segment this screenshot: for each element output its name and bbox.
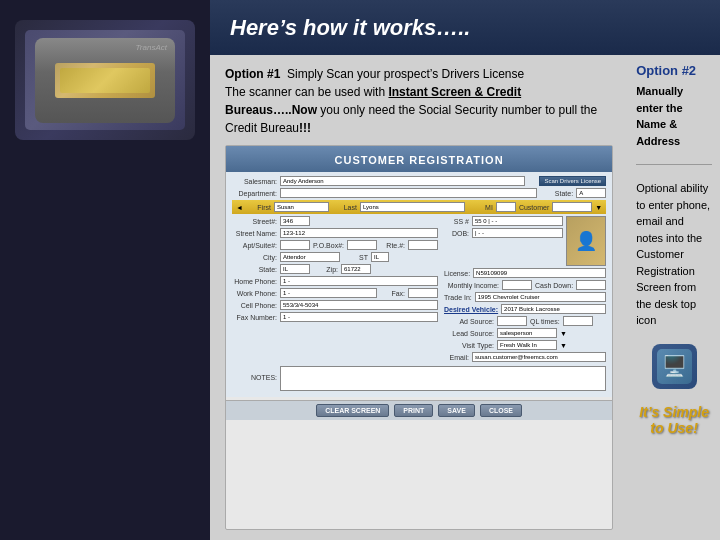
reg-form-body: Salesman: Scan Drivers License Departmen… xyxy=(226,172,612,397)
option1-section: Option #1 Simply Scan your prospect’s Dr… xyxy=(225,65,613,137)
first-name-input[interactable] xyxy=(274,202,329,212)
main-content: Option #1 Simply Scan your prospect’s Dr… xyxy=(210,55,628,540)
form-row-fax2: Fax Number: xyxy=(232,312,438,322)
form-row-email: Email: xyxy=(444,352,606,362)
state3-input[interactable] xyxy=(280,264,310,274)
ad-source-input[interactable] xyxy=(497,316,527,326)
monthly-income-input[interactable] xyxy=(502,280,532,290)
street-number-input[interactable] xyxy=(280,216,310,226)
lead-source-input[interactable] xyxy=(497,328,557,338)
optional-desc: Optional ability to enter phone, email a… xyxy=(636,180,712,329)
fax-number-input[interactable] xyxy=(280,312,438,322)
customer-registration-form: CUSTOMER REGISTRATION Salesman: Scan Dri… xyxy=(225,145,613,530)
ssn-input[interactable] xyxy=(472,216,563,226)
cell-phone-input[interactable] xyxy=(280,300,438,310)
street-name-input[interactable] xyxy=(280,228,438,238)
form-row-trade: Trade In: xyxy=(444,292,606,302)
visit-type-input[interactable] xyxy=(497,340,557,350)
salesman-input[interactable] xyxy=(280,176,525,186)
option2-box: Option #2 Manually enter the Name & Addr… xyxy=(636,63,712,149)
form-row-visittype: Visit Type: ▼ xyxy=(444,340,606,350)
license-input[interactable] xyxy=(473,268,606,278)
customer-input[interactable] xyxy=(552,202,592,212)
pobox-input[interactable] xyxy=(347,240,377,250)
desktop-icon-box: 🖥️ xyxy=(652,344,697,389)
form-row-adsource: Ad Source: QL times: xyxy=(444,316,606,326)
option2-desc: Manually enter the Name & Address xyxy=(636,83,712,149)
optional-box: Optional ability to enter phone, email a… xyxy=(636,180,712,329)
form-row-license: License: xyxy=(444,268,606,278)
form-left: Street#: Street Name: Apt/Suite#: xyxy=(232,216,438,364)
scanner-device: TransAct xyxy=(35,38,175,123)
clear-screen-btn[interactable]: CLEAR SCREEN xyxy=(316,404,389,417)
rte-input[interactable] xyxy=(408,240,438,250)
desktop-icon: 🖥️ xyxy=(657,349,692,384)
state2-input[interactable] xyxy=(371,252,389,262)
scanner-image: TransAct xyxy=(15,20,195,140)
trade-in-input[interactable] xyxy=(475,292,606,302)
name-bar: ◄ First Last MI Customer ▼ xyxy=(232,200,606,214)
cash-down-input[interactable] xyxy=(576,280,606,290)
work-phone-input[interactable] xyxy=(280,288,377,298)
form-row-department: Department: State: xyxy=(232,188,606,198)
fax-input[interactable] xyxy=(408,288,438,298)
content-area: Option #1 Simply Scan your prospect’s Dr… xyxy=(210,55,720,540)
dob-input[interactable] xyxy=(472,228,563,238)
form-row-leadsource: Lead Source: ▼ xyxy=(444,328,606,338)
form-row-zip: State: Zip: xyxy=(232,264,438,274)
form-row-city: City: ST xyxy=(232,252,438,262)
save-btn[interactable]: SAVE xyxy=(438,404,475,417)
last-name-input[interactable] xyxy=(360,202,465,212)
main-container: TransAct Here’s how it works….. Option #… xyxy=(0,0,720,540)
ql-times-input[interactable] xyxy=(563,316,593,326)
zip-input[interactable] xyxy=(341,264,371,274)
reg-form-header: CUSTOMER REGISTRATION xyxy=(226,146,612,172)
form-right: SS # DOB: � xyxy=(444,216,606,364)
option1-text: Option #1 Simply Scan your prospect’s Dr… xyxy=(225,65,613,137)
mi-input[interactable] xyxy=(496,202,516,212)
left-panel: TransAct xyxy=(0,0,210,540)
form-row-street-name: Street Name: xyxy=(232,228,438,238)
close-btn[interactable]: CLOSE xyxy=(480,404,522,417)
option1-label: Option #1 xyxy=(225,67,280,81)
computer-icon: 🖥️ xyxy=(662,354,687,378)
bottom-buttons: CLEAR SCREEN PRINT SAVE CLOSE xyxy=(226,400,612,420)
form-row-ssn: SS # xyxy=(444,216,563,226)
form-row-notes: NOTES: xyxy=(232,364,606,391)
form-section-two: Street#: Street Name: Apt/Suite#: xyxy=(232,216,606,364)
state-input[interactable] xyxy=(576,188,606,198)
department-input[interactable] xyxy=(280,188,537,198)
divider xyxy=(636,164,712,165)
print-btn[interactable]: PRINT xyxy=(394,404,433,417)
apt-input[interactable] xyxy=(280,240,310,250)
option2-label: Option #2 xyxy=(636,63,712,78)
email-input[interactable] xyxy=(472,352,606,362)
side-options: Option #2 Manually enter the Name & Addr… xyxy=(628,55,720,540)
form-row-monthly: Monthly Income: Cash Down: xyxy=(444,280,606,290)
form-row-work: Work Phone: Fax: xyxy=(232,288,438,298)
form-row-cell: Cell Phone: xyxy=(232,300,438,310)
form-row-street: Street#: xyxy=(232,216,438,226)
photo-box: 👤 xyxy=(566,216,606,266)
simple-to-use-label: It’s Simple to Use! xyxy=(636,404,712,436)
form-row-salesman: Salesman: Scan Drivers License xyxy=(232,176,606,186)
reg-form-title: CUSTOMER REGISTRATION xyxy=(335,154,504,166)
scan-drivers-license-btn[interactable]: Scan Drivers License xyxy=(539,176,606,186)
scanner-slot xyxy=(55,63,155,98)
page-title: Here’s how it works….. xyxy=(230,15,470,41)
form-row-apt: Apt/Suite#: P.O.Box#: Rte.#: xyxy=(232,240,438,250)
home-phone-input[interactable] xyxy=(280,276,438,286)
form-row-desired: Desired Vehicle: xyxy=(444,304,606,314)
desired-vehicle-input[interactable] xyxy=(501,304,606,314)
city-input[interactable] xyxy=(280,252,340,262)
header-bar: Here’s how it works….. xyxy=(210,0,720,55)
form-row-home: Home Phone: xyxy=(232,276,438,286)
right-panel: Here’s how it works….. Option #1 Simply … xyxy=(210,0,720,540)
form-row-dob: DOB: xyxy=(444,228,563,238)
notes-area[interactable] xyxy=(280,366,606,391)
